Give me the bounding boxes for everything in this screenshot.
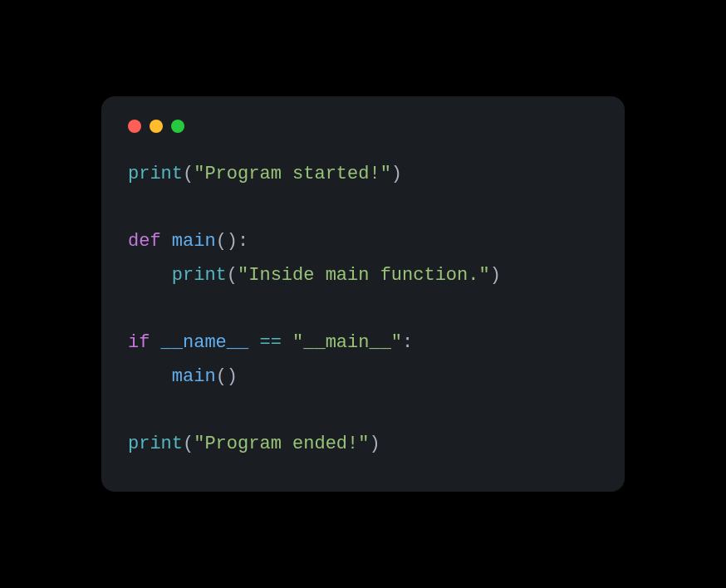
paren-close: ) bbox=[369, 434, 380, 454]
paren-open: ( bbox=[183, 434, 194, 454]
operator-eq: == bbox=[259, 332, 281, 353]
paren-close: ) bbox=[490, 265, 501, 286]
string-literal: "__main__" bbox=[292, 332, 402, 353]
space bbox=[282, 332, 292, 353]
builtin-print: print bbox=[128, 164, 183, 184]
code-line: print("Program started!") bbox=[128, 164, 402, 184]
code-line: main() bbox=[128, 366, 238, 387]
parens: () bbox=[216, 366, 238, 387]
maximize-icon[interactable] bbox=[171, 120, 184, 133]
paren-open: ( bbox=[183, 164, 194, 184]
string-literal: "Inside main function." bbox=[238, 265, 490, 286]
dunder-name: __name__ bbox=[161, 332, 249, 353]
function-name: main bbox=[172, 231, 216, 252]
indent bbox=[128, 265, 172, 286]
parens-colon: (): bbox=[216, 231, 249, 252]
function-call: main bbox=[172, 366, 216, 387]
string-literal: "Program started!" bbox=[194, 164, 391, 184]
minimize-icon[interactable] bbox=[150, 120, 163, 133]
code-block: print("Program started!") def main(): pr… bbox=[128, 158, 598, 462]
paren-close: ) bbox=[391, 164, 402, 184]
code-line: print("Inside main function.") bbox=[128, 265, 501, 286]
code-line: print("Program ended!") bbox=[128, 434, 380, 454]
builtin-print: print bbox=[128, 434, 183, 454]
code-line: if __name__ == "__main__": bbox=[128, 332, 413, 353]
code-line: def main(): bbox=[128, 231, 248, 252]
window-titlebar bbox=[128, 120, 598, 133]
code-window: print("Program started!") def main(): pr… bbox=[101, 96, 625, 492]
close-icon[interactable] bbox=[128, 120, 141, 133]
keyword-def: def bbox=[128, 231, 172, 252]
builtin-print: print bbox=[172, 265, 227, 286]
keyword-if: if bbox=[128, 332, 161, 353]
paren-open: ( bbox=[227, 265, 238, 286]
indent bbox=[128, 366, 172, 387]
space bbox=[248, 332, 259, 353]
string-literal: "Program ended!" bbox=[194, 434, 369, 454]
colon: : bbox=[402, 332, 413, 353]
